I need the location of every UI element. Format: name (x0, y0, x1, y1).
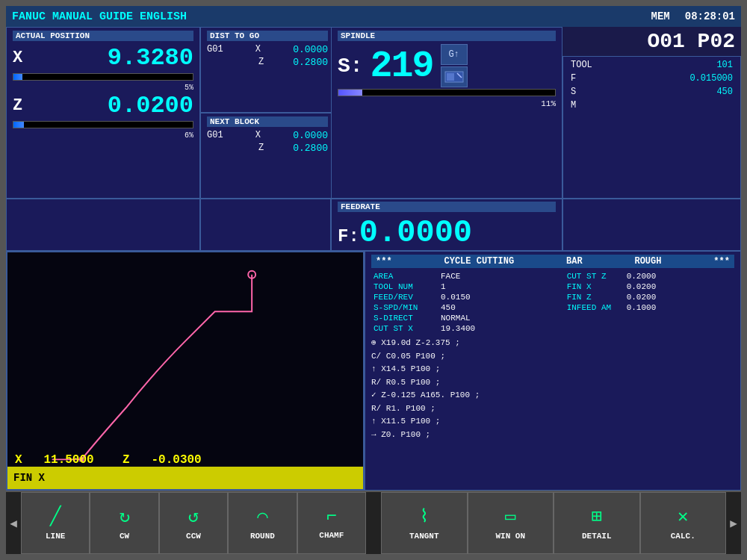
cw-label: CW (120, 532, 129, 541)
graphics-panel: X 11.5000 Z -0.0300 FIN X (6, 251, 365, 491)
cycle-row-label2 (565, 313, 624, 323)
s-value: 450 (716, 87, 733, 97)
right-empty (562, 199, 741, 251)
win-on-label: WIN ON (495, 532, 525, 541)
cycle-row-label2: INFEED AM (565, 302, 624, 313)
cycle-bar: BAR (566, 256, 583, 267)
dist-next-column: DIST TO GO G01 X 0.0000 Z 0.2800 NEXT BL… (200, 27, 331, 199)
nb-z-value: 0.2800 (293, 143, 328, 154)
spindle-progress-bar (338, 89, 556, 96)
m-label: M (571, 100, 576, 111)
btn-chamf[interactable]: ⌐ CHAMF (297, 492, 366, 554)
cycle-row-value: 450 (438, 302, 565, 313)
feedrate-row: FEEDRATE F: 0.0000 INCH/REV (6, 199, 741, 251)
dist-z-spacer (207, 57, 229, 68)
cycle-row-value2: 0.0200 (624, 292, 734, 302)
nb-z-spacer (207, 143, 229, 154)
tool-label: TOOL (571, 60, 592, 70)
calc-label: CALC. (671, 532, 695, 541)
x-progress-fill (13, 74, 22, 80)
s-label: S (571, 87, 576, 97)
ccw-icon: ↺ (188, 505, 199, 527)
nb-x-label: X (255, 130, 261, 141)
graphics-position-label: X 11.5000 Z -0.0300 (15, 453, 202, 467)
tangnt-icon: ⌇ (420, 505, 429, 527)
tool-value: 101 (716, 60, 733, 70)
nb-g01-label: G01 (207, 130, 223, 141)
code-line: ↑ X14.5 P100 ; (371, 363, 734, 376)
round-label: ROUND (250, 532, 275, 541)
cycle-row-value: FACE (438, 271, 565, 281)
z-axis-value: 0.0200 (31, 92, 193, 119)
btn-ccw[interactable]: ↺ CCW (159, 492, 228, 554)
nb-z-row: Z 0.2800 (207, 143, 328, 154)
cycle-row-value: 1 (438, 281, 565, 292)
nb-x-value: 0.0000 (293, 130, 328, 141)
spindle-icons: G↑ (441, 44, 468, 87)
feedrate-display: F: 0.0000 (338, 215, 556, 251)
spindle-icon-1: G↑ (441, 44, 468, 65)
cycle-row-label2 (565, 323, 624, 334)
cw-icon: ↻ (119, 505, 129, 527)
right-column: O01 P02 TOOL 101 F 0.015000 S 450 (562, 27, 741, 199)
cycle-row-value: 0.0150 (438, 292, 565, 302)
cycle-stars-left: *** (376, 256, 392, 267)
chamf-icon: ⌐ (326, 506, 337, 526)
nb-empty (200, 199, 331, 251)
gfx-x-value: 11.5000 (43, 453, 93, 467)
cycle-row-value2 (624, 323, 734, 334)
z-axis-row: Z 0.0200 (13, 92, 193, 119)
detail-label: DETAIL (582, 532, 612, 541)
cycle-row-value: 19.3400 (438, 323, 565, 334)
nb-z-label: Z (258, 143, 264, 154)
detail-icon: ⊞ (592, 505, 602, 527)
btn-cw[interactable]: ↻ CW (90, 492, 158, 554)
code-line: R/ R1. P100 ; (371, 402, 734, 415)
cycle-table: AREA FACE CUT ST Z 0.2000 TOOL NUM 1 FIN… (371, 271, 734, 334)
x-progress-bar (13, 73, 193, 81)
right-buttons: ⌇ TANGNT ▭ WIN ON ⊞ DETAIL ✕ CALC. (381, 492, 726, 554)
code-line: → Z0. P100 ; (371, 429, 734, 441)
tangnt-label: TANGNT (409, 532, 439, 541)
btn-round[interactable]: ⌒ ROUND (228, 492, 297, 554)
f-row: F 0.015000 (571, 73, 733, 84)
z-progress-fill (13, 122, 24, 128)
left-arrow[interactable]: ◀ (6, 492, 21, 554)
cycle-code-block: ⊕ X19.0d Z-2.375 ;C/ C0.05 P100 ;↑ X14.5… (371, 337, 734, 441)
top-section: ACTUAL POSITION X 9.3280 5% Z 0.0200 6% (6, 27, 741, 199)
cycle-row-label2: CUT ST Z (565, 271, 624, 281)
spindle-icon-2 (441, 66, 468, 87)
btn-line[interactable]: ╱ LINE (21, 492, 90, 554)
main-area: ACTUAL POSITION X 9.3280 5% Z 0.0200 6% (6, 27, 741, 554)
mem-status: MEM (651, 10, 670, 22)
btn-detail[interactable]: ⊞ DETAIL (554, 492, 640, 554)
cycle-row-label: CUT ST X (371, 323, 438, 334)
tool-row: TOOL 101 (571, 60, 733, 70)
cycle-row-value: NORMAL (438, 313, 565, 323)
ccw-label: CCW (186, 532, 201, 541)
btn-win-on[interactable]: ▭ WIN ON (468, 492, 554, 554)
spindle-progress-fill (338, 90, 362, 96)
cycle-title: CYCLE CUTTING (444, 256, 514, 267)
win-on-icon: ▭ (505, 505, 515, 527)
graphics-footer-label: FIN X (13, 472, 45, 484)
cycle-row-label: FEED/REV (371, 292, 438, 302)
program-id: O01 P02 (562, 27, 741, 56)
btn-calc[interactable]: ✕ CALC. (640, 492, 727, 554)
right-arrow[interactable]: ▶ (726, 492, 741, 554)
dist-z-row: Z 0.2800 (207, 57, 328, 68)
f-value: 0.015000 (689, 73, 733, 84)
feedrate-panel: FEEDRATE F: 0.0000 INCH/REV (331, 199, 562, 251)
z-axis-label: Z (13, 96, 31, 115)
dist-x-value: 0.0000 (293, 44, 328, 55)
code-line: ↑ X11.5 P100 ; (371, 415, 734, 428)
line-icon: ╱ (50, 505, 61, 527)
dist-z-value: 0.2800 (293, 57, 328, 68)
btn-tangnt[interactable]: ⌇ TANGNT (381, 492, 468, 554)
screen-title: FANUC MANUAL GUIDE ENGLISH (12, 10, 187, 23)
cycle-row-value2: 0.0200 (624, 281, 734, 292)
graphics-footer: FIN X (7, 467, 363, 489)
cycle-table-row: FEED/REV 0.0150 FIN Z 0.0200 (371, 292, 734, 302)
left-nav-icon: ◀ (10, 516, 17, 531)
next-block-header: NEXT BLOCK (207, 116, 328, 127)
